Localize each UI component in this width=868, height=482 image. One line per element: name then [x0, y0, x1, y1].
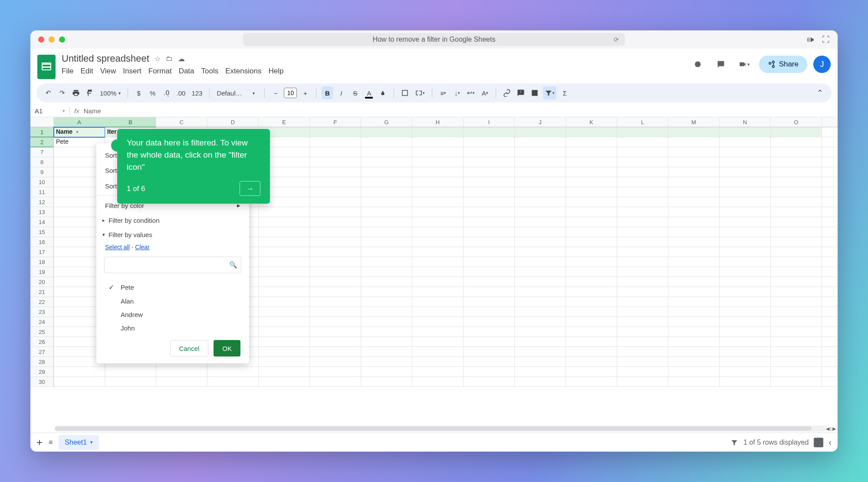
cell[interactable]	[771, 247, 822, 257]
link-button[interactable]	[501, 86, 513, 99]
cell[interactable]	[361, 207, 412, 217]
functions-button[interactable]: Σ	[559, 86, 570, 99]
cell[interactable]	[720, 307, 771, 317]
cell[interactable]	[771, 367, 822, 377]
row-header[interactable]: 17	[30, 247, 54, 257]
cell[interactable]	[361, 197, 412, 207]
menu-extensions[interactable]: Extensions	[225, 67, 261, 76]
column-header-I[interactable]: I	[464, 117, 515, 127]
window-maximize-button[interactable]	[59, 36, 65, 43]
cell[interactable]	[668, 227, 720, 237]
cell[interactable]	[566, 217, 617, 227]
cell[interactable]	[515, 127, 566, 137]
explore-button[interactable]	[814, 438, 823, 447]
cell[interactable]	[361, 287, 412, 297]
cell[interactable]	[822, 257, 838, 267]
cell[interactable]	[259, 287, 310, 297]
cell[interactable]	[259, 307, 310, 317]
cell[interactable]	[310, 147, 361, 157]
cell[interactable]	[771, 377, 822, 387]
cell[interactable]	[617, 167, 668, 177]
cell[interactable]	[720, 277, 771, 287]
cell[interactable]	[464, 297, 515, 307]
cell[interactable]	[310, 347, 361, 357]
cell[interactable]	[464, 127, 515, 137]
cell[interactable]	[464, 207, 515, 217]
cell[interactable]	[566, 267, 617, 277]
cell[interactable]	[771, 217, 822, 227]
cell[interactable]	[822, 137, 838, 147]
cell[interactable]	[566, 227, 617, 237]
row-header[interactable]: 20	[30, 277, 54, 287]
row-header[interactable]: 19	[30, 267, 54, 277]
cell[interactable]	[566, 277, 617, 287]
clear-link[interactable]: Clear	[135, 244, 149, 251]
cell[interactable]	[668, 307, 720, 317]
cell[interactable]	[412, 257, 464, 267]
cell[interactable]	[259, 367, 310, 377]
cell[interactable]	[822, 277, 838, 287]
cell[interactable]	[412, 327, 464, 337]
cell[interactable]	[412, 277, 464, 287]
percent-button[interactable]: %	[147, 86, 158, 99]
column-header-A[interactable]: A	[54, 117, 105, 127]
comment-icon[interactable]	[712, 56, 730, 73]
cell[interactable]	[668, 377, 720, 387]
cell[interactable]	[822, 187, 838, 197]
cell[interactable]	[720, 217, 771, 227]
merge-button[interactable]: ▾	[413, 86, 427, 99]
meet-icon[interactable]: ▾	[736, 56, 753, 73]
cell[interactable]	[310, 307, 361, 317]
menu-insert[interactable]: Insert	[123, 67, 141, 76]
column-header-G[interactable]: G	[361, 117, 412, 127]
borders-button[interactable]	[399, 86, 411, 99]
filter-by-values-section[interactable]: ▾Filter by values	[96, 228, 249, 242]
cell[interactable]	[617, 237, 668, 247]
cell[interactable]	[361, 297, 412, 307]
cell[interactable]	[515, 187, 566, 197]
filter-value-item[interactable]: ✓Pete	[101, 280, 245, 294]
cell[interactable]	[412, 127, 464, 137]
window-minimize-button[interactable]	[49, 36, 55, 43]
row-header[interactable]: 27	[30, 347, 54, 357]
menu-tools[interactable]: Tools	[201, 67, 219, 76]
cell[interactable]	[207, 377, 259, 387]
cell[interactable]	[720, 317, 771, 327]
cell[interactable]	[668, 327, 720, 337]
cell[interactable]	[310, 197, 361, 207]
row-header[interactable]: 11	[30, 187, 54, 197]
cell[interactable]	[668, 247, 720, 257]
cell[interactable]	[668, 297, 720, 307]
cell[interactable]	[464, 247, 515, 257]
decrease-decimal-button[interactable]: .0̩	[161, 86, 172, 99]
cell[interactable]	[310, 217, 361, 227]
strikethrough-button[interactable]: S	[349, 86, 361, 99]
cell[interactable]	[515, 357, 566, 367]
cell[interactable]	[617, 197, 668, 207]
cell[interactable]	[617, 277, 668, 287]
cell[interactable]	[361, 157, 412, 167]
row-header[interactable]: 21	[30, 287, 54, 297]
spreadsheet-grid[interactable]: ABCDEFGHIJKLMNO1NameIter2Pete78910111213…	[30, 117, 838, 432]
valign-button[interactable]: ↓▾	[451, 86, 463, 99]
cell[interactable]	[720, 267, 771, 277]
cell[interactable]	[720, 147, 771, 157]
cell[interactable]	[310, 177, 361, 187]
cell[interactable]	[668, 237, 720, 247]
cell[interactable]	[259, 257, 310, 267]
cell[interactable]	[310, 317, 361, 327]
print-button[interactable]	[70, 86, 82, 99]
cell[interactable]	[515, 237, 566, 247]
speaker-icon[interactable]: 🕪	[806, 35, 814, 44]
cell[interactable]	[412, 287, 464, 297]
cell[interactable]	[822, 357, 838, 367]
cell[interactable]	[464, 277, 515, 287]
ok-button[interactable]: OK	[214, 340, 240, 357]
bold-button[interactable]: B	[322, 86, 333, 99]
cell[interactable]	[617, 207, 668, 217]
cell[interactable]	[464, 217, 515, 227]
search-icon[interactable]: 🔍	[229, 261, 237, 269]
share-button[interactable]: Share	[759, 56, 807, 73]
cell[interactable]	[617, 287, 668, 297]
cell[interactable]	[822, 127, 838, 137]
